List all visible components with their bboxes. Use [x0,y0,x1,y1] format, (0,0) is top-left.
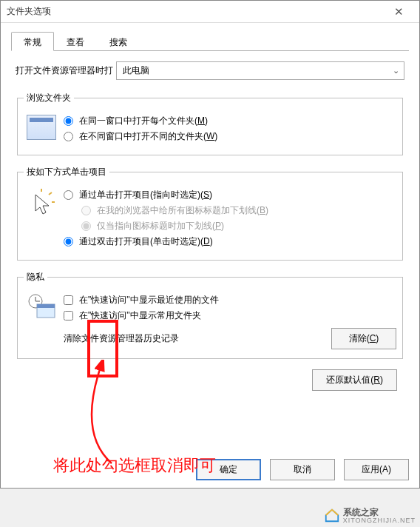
show-recent-files-checkbox[interactable]: 在"快速访问"中显示最近使用的文件 [64,294,396,306]
chevron-down-icon: ⌄ [393,66,399,75]
double-click-radio[interactable]: 通过双击打开项目(单击时选定)(D) [64,235,396,248]
restore-defaults-button[interactable]: 还原默认值(R) [312,369,397,391]
window-title: 文件夹选项 [7,5,51,18]
watermark-url: XITONGZHIJIA.NET [343,517,416,524]
show-frequent-folders-checkbox[interactable]: 在"快速访问"中显示常用文件夹 [64,309,396,322]
open-explorer-combo[interactable]: 此电脑 ⌄ [116,61,404,80]
tab-search[interactable]: 搜索 [97,32,140,50]
click-mode-group: 按如下方式单击项目 通过单击打开项目(指向时选定)(S) [17,166,403,261]
underline-hover-radio: 仅当指向图标标题时加下划线(P) [81,220,396,232]
privacy-legend: 隐私 [24,271,47,283]
browse-folder-legend: 浏览文件夹 [24,92,74,104]
open-explorer-row: 打开文件资源管理器时打 此电脑 ⌄ [16,61,404,80]
open-explorer-label: 打开文件资源管理器时打 [16,64,113,77]
diff-window-radio[interactable]: 在不同窗口中打开不同的文件夹(W) [64,130,396,143]
window-icon [27,115,56,140]
apply-button[interactable]: 应用(A) [344,459,409,480]
watermark-logo-icon [324,507,340,523]
cursor-click-icon [27,189,56,218]
privacy-group: 隐私 在"快速访问"中显示最近 [17,271,403,359]
tab-view[interactable]: 查看 [54,32,97,50]
clear-history-row: 清除文件资源管理器历史记录 清除(C) [64,328,396,349]
watermark: 系统之家 XITONGZHIJIA.NET [324,506,416,524]
general-pane: 打开文件资源管理器时打 此电脑 ⌄ 浏览文件夹 在同一窗口中打开每个文件夹(M) [11,51,409,401]
annotation-text: 将此处勾选框取消即可 [53,454,216,477]
underline-all-radio: 在我的浏览器中给所有图标标题加下划线(B) [81,204,396,217]
folder-options-dialog: 文件夹选项 ✕ 常规 查看 搜索 打开文件资源管理器时打 此电脑 ⌄ 浏览文件夹 [0,0,420,489]
same-window-radio[interactable]: 在同一窗口中打开每个文件夹(M) [64,115,396,127]
dialog-footer: 确定 取消 应用(A) [196,459,409,480]
open-explorer-value: 此电脑 [123,64,149,77]
cancel-button[interactable]: 取消 [270,459,335,480]
svg-marker-0 [35,195,49,214]
browse-folder-group: 浏览文件夹 在同一窗口中打开每个文件夹(M) 在不同窗口中打开不同的文件夹(W) [17,92,403,155]
clear-button[interactable]: 清除(C) [331,328,396,349]
tab-general[interactable]: 常规 [11,32,54,51]
close-button[interactable]: ✕ [384,5,413,19]
watermark-name: 系统之家 [343,507,379,517]
single-click-radio[interactable]: 通过单击打开项目(指向时选定)(S) [64,189,396,201]
privacy-icon [27,294,56,319]
click-mode-legend: 按如下方式单击项目 [24,166,109,178]
titlebar: 文件夹选项 ✕ [1,1,419,23]
svg-rect-5 [37,304,55,308]
tabs: 常规 查看 搜索 [11,32,409,51]
clear-history-label: 清除文件资源管理器历史记录 [64,332,179,345]
content-area: 常规 查看 搜索 打开文件资源管理器时打 此电脑 ⌄ 浏览文件夹 [1,23,419,410]
restore-row: 还原默认值(R) [16,369,397,391]
